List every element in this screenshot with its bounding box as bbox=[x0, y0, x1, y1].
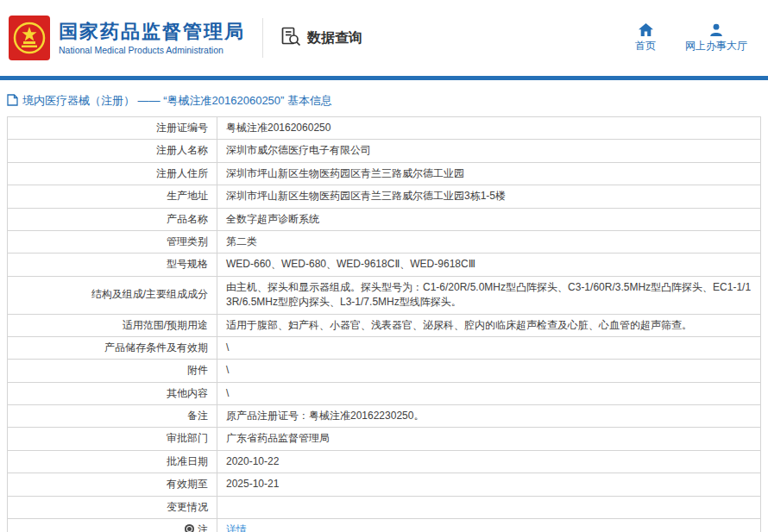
row-label: 变更情况 bbox=[8, 496, 217, 518]
row-value: 深圳市坪山新区生物医药园区青兰三路威尔德工业园 bbox=[217, 162, 761, 185]
org-name-cn: 国家药品监督管理局 bbox=[59, 21, 245, 43]
row-value: 深圳市威尔德医疗电子有限公司 bbox=[217, 140, 761, 162]
table-row: 适用范围/预期用途适用于腹部、妇产科、小器官、浅表器官、泌尿科、腔内的临床超声检… bbox=[8, 314, 761, 336]
org-name-en: National Medical Products Administration bbox=[59, 45, 245, 55]
row-value: \ bbox=[217, 360, 761, 382]
row-value: 全数字超声诊断系统 bbox=[217, 208, 761, 230]
row-value: 广东省药品监督管理局 bbox=[217, 428, 761, 450]
table-row: 注详情 bbox=[8, 519, 761, 532]
data-query-section: 数据查询 bbox=[280, 26, 362, 50]
nav-online-hall-label: 网上办事大厅 bbox=[685, 39, 747, 53]
table-row: 备注原产品注册证号：粤械注准20162230250。 bbox=[8, 405, 761, 428]
row-value: \ bbox=[217, 382, 761, 404]
table-row: 管理类别第二类 bbox=[8, 230, 761, 253]
header-accent-bar bbox=[0, 76, 768, 80]
row-label: 其他内容 bbox=[8, 382, 217, 404]
row-value: 第二类 bbox=[217, 230, 761, 253]
row-label: 有效期至 bbox=[8, 473, 217, 496]
row-label: 型号规格 bbox=[8, 253, 217, 276]
row-label: 审批部门 bbox=[8, 428, 217, 450]
row-label: 产品储存条件及有效期 bbox=[8, 336, 217, 359]
row-value bbox=[217, 496, 761, 518]
header-nav: 首页 网上办事大厅 bbox=[635, 23, 747, 53]
row-label: 管理类别 bbox=[8, 230, 217, 253]
row-value: 原产品注册证号：粤械注准20162230250。 bbox=[217, 405, 761, 428]
row-label: 注 bbox=[8, 519, 217, 532]
row-value: 粤械注准20162060250 bbox=[217, 117, 761, 140]
table-row: 注册证编号粤械注准20162060250 bbox=[8, 117, 761, 140]
table-row: 产品名称全数字超声诊断系统 bbox=[8, 208, 761, 230]
row-value: 详情 bbox=[217, 519, 761, 532]
table-row: 批准日期2020-10-22 bbox=[8, 450, 761, 473]
table-row: 有效期至2025-10-21 bbox=[8, 473, 761, 496]
row-label: 注册人名称 bbox=[8, 140, 217, 162]
site-header: 国家药品监督管理局 National Medical Products Admi… bbox=[0, 0, 768, 76]
row-value: WED-660、WED-680、WED-9618CⅡ、WED-9618CⅢ bbox=[217, 253, 761, 276]
row-label: 备注 bbox=[8, 405, 217, 428]
national-emblem-logo bbox=[9, 16, 50, 60]
table-row: 注册人名称深圳市威尔德医疗电子有限公司 bbox=[8, 140, 761, 162]
nav-home-label: 首页 bbox=[635, 39, 656, 53]
org-names: 国家药品监督管理局 National Medical Products Admi… bbox=[59, 21, 245, 55]
table-row: 生产地址深圳市坪山新区生物医药园区青兰三路威尔德工业园3栋1-5楼 bbox=[8, 185, 761, 208]
row-label: 结构及组成/主要组成成分 bbox=[8, 276, 217, 314]
row-label: 生产地址 bbox=[8, 185, 217, 208]
row-value: 由主机、探头和显示器组成。探头型号为：C1-6/20R/5.0MHz型凸阵探头、… bbox=[217, 276, 761, 314]
row-label: 附件 bbox=[8, 360, 217, 382]
note-icon bbox=[185, 524, 194, 532]
table-row: 结构及组成/主要组成成分由主机、探头和显示器组成。探头型号为：C1-6/20R/… bbox=[8, 276, 761, 314]
row-value: \ bbox=[217, 336, 761, 359]
row-value: 适用于腹部、妇产科、小器官、浅表器官、泌尿科、腔内的临床超声检查及心脏、心血管的… bbox=[217, 314, 761, 336]
row-label: 批准日期 bbox=[8, 450, 217, 473]
header-divider bbox=[262, 18, 263, 58]
person-icon bbox=[709, 23, 723, 36]
table-row: 审批部门广东省药品监督管理局 bbox=[8, 428, 761, 450]
document-icon bbox=[7, 94, 18, 109]
row-label: 注册人住所 bbox=[8, 162, 217, 185]
breadcrumb: 境内医疗器械（注册） —— “粤械注准20162060250” 基本信息 bbox=[7, 93, 761, 109]
info-table: 注册证编号粤械注准20162060250注册人名称深圳市威尔德医疗电子有限公司注… bbox=[7, 116, 761, 532]
table-row: 附件\ bbox=[8, 360, 761, 382]
row-value: 2025-10-21 bbox=[217, 473, 761, 496]
row-value: 2020-10-22 bbox=[217, 450, 761, 473]
table-row: 型号规格WED-660、WED-680、WED-9618CⅡ、WED-9618C… bbox=[8, 253, 761, 276]
table-row: 注册人住所深圳市坪山新区生物医药园区青兰三路威尔德工业园 bbox=[8, 162, 761, 185]
nav-online-hall[interactable]: 网上办事大厅 bbox=[685, 23, 747, 53]
data-query-icon bbox=[280, 26, 301, 50]
nav-home[interactable]: 首页 bbox=[635, 23, 656, 53]
table-row: 其他内容\ bbox=[8, 382, 761, 404]
row-label: 产品名称 bbox=[8, 208, 217, 230]
row-label: 适用范围/预期用途 bbox=[8, 314, 217, 336]
data-query-title: 数据查询 bbox=[307, 29, 362, 47]
detail-link[interactable]: 详情 bbox=[226, 523, 247, 532]
table-row: 变更情况 bbox=[8, 496, 761, 518]
row-value: 深圳市坪山新区生物医药园区青兰三路威尔德工业园3栋1-5楼 bbox=[217, 185, 761, 208]
table-row: 产品储存条件及有效期\ bbox=[8, 336, 761, 359]
home-icon bbox=[639, 23, 653, 36]
breadcrumb-text: 境内医疗器械（注册） —— “粤械注准20162060250” 基本信息 bbox=[22, 93, 332, 109]
row-label: 注册证编号 bbox=[8, 117, 217, 140]
